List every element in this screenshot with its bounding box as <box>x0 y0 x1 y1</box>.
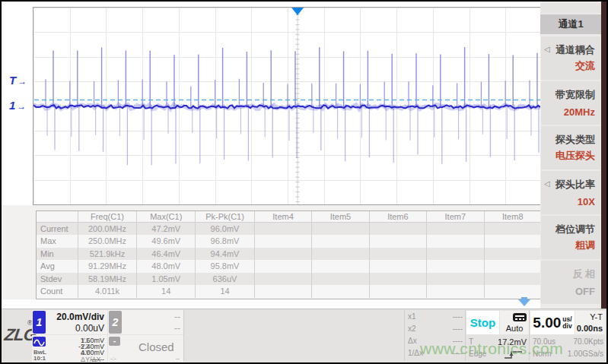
measurement-region: Freq(C1)Max(C1)Pk-Pk(C1)Item4Item5Item6I… <box>2 205 540 299</box>
table-row: Current200.0MHz47.2mV96.0mV <box>37 223 541 236</box>
row-label: Stdev <box>37 273 78 286</box>
run-stop-indicator[interactable]: Stop <box>466 311 499 334</box>
table-cell: 200.0MHz <box>78 223 137 236</box>
ch1-cursor-row: ΔY/ΔX------ <box>81 356 104 362</box>
row-label: Count <box>37 285 78 298</box>
table-cell <box>254 260 311 273</box>
ch2-status: Closed <box>138 340 174 353</box>
column-header[interactable]: Item6 <box>369 211 426 223</box>
channel-marker-number: 1 <box>9 99 15 112</box>
menu-item-value: 10X <box>578 196 595 207</box>
row-label: Avg <box>37 260 78 273</box>
table-cell: 96.0mV <box>196 223 255 236</box>
ch1-offset: 0.00uV <box>75 323 104 334</box>
right-arrow-icon: → <box>18 76 27 87</box>
hcursor-row: x1---- <box>408 312 463 321</box>
table-header-row: Freq(C1)Max(C1)Pk-Pk(C1)Item4Item5Item6I… <box>37 211 541 223</box>
ac-coupling-icon <box>33 337 46 347</box>
table-row: Count4.011k1414 <box>37 285 541 298</box>
display-mode-box[interactable]: Y-T 0.00ns <box>575 311 605 334</box>
trigger-level-marker[interactable]: T→ <box>9 74 27 87</box>
ch1-scale-box[interactable]: 1 20.0mV/div 0.00uV <box>32 310 107 334</box>
cursor-label: Δx <box>408 337 417 345</box>
table-cell <box>484 235 541 248</box>
table-cell: 14 <box>196 285 255 298</box>
table-cell: 521.9kHz <box>78 248 137 261</box>
table-cell: 49.6mV <box>137 235 196 248</box>
table-cell: 47.2mV <box>137 223 196 236</box>
table-cell <box>312 223 369 236</box>
ch2-scale-box[interactable]: 2 -- -- <box>108 310 183 334</box>
table-cell <box>427 248 484 261</box>
menu-item-scale-adjust[interactable]: 档位调节粗调 <box>541 216 600 259</box>
table-row: Stdev58.19MHz1.05mV636uV <box>37 273 541 286</box>
row-label: Max <box>37 235 78 248</box>
table-cell <box>369 223 426 236</box>
table-cell <box>484 248 541 261</box>
table-cell <box>369 260 426 273</box>
table-cell: 58.19MHz <box>78 273 137 286</box>
menu-title: 通道1 <box>540 14 601 34</box>
scroll-down-arrow-icon[interactable] <box>518 299 530 306</box>
table-cell: 250.0MHz <box>78 235 137 248</box>
cursor-label: x1 <box>408 312 416 321</box>
right-arrow-icon: → <box>17 101 26 112</box>
measurement-table-wrapper: Freq(C1)Max(C1)Pk-Pk(C1)Item4Item5Item6I… <box>36 210 542 299</box>
table-cell <box>254 273 311 286</box>
memory-depth: 70.0Kpts <box>574 337 603 346</box>
menu-item-invert[interactable]: 反 相OFF <box>541 261 600 304</box>
cursor-label: x2 <box>408 324 416 333</box>
table-cell <box>427 285 484 298</box>
row-label: Min <box>37 248 78 261</box>
table-cell: 636uV <box>196 273 255 286</box>
menu-item-label: 反 相 <box>572 267 595 281</box>
trigger-source-box[interactable]: 1 Auto <box>500 311 529 334</box>
column-header[interactable]: Item8 <box>484 211 541 223</box>
menu-item-probe-ratio[interactable]: ◁探头比率10X <box>541 171 600 214</box>
ch2-offset: -- <box>174 323 180 334</box>
table-cell <box>484 260 541 273</box>
menu-topbar <box>540 3 601 13</box>
column-header[interactable]: Item5 <box>312 211 369 223</box>
waveform-trace <box>33 8 542 204</box>
menu-item-value: OFF <box>575 286 595 297</box>
timebase-value: 5.00 <box>533 315 561 331</box>
table-row: Max250.0MHz49.6mV96.8mV <box>37 235 541 248</box>
table-cell <box>369 248 426 261</box>
menu-item-bandwidth-limit[interactable]: 带宽限制20MHz <box>541 81 600 125</box>
column-header[interactable]: Item4 <box>254 211 311 223</box>
display-mode: Y-T <box>590 312 603 321</box>
column-header: Freq(C1) <box>78 211 137 223</box>
cursor-value: ---- <box>453 324 463 333</box>
column-header[interactable]: Item7 <box>427 211 484 223</box>
timebase-unit-bottom: div <box>562 323 571 330</box>
table-cell: 14 <box>137 285 196 298</box>
trigger-delay: 0.00ns <box>577 324 603 333</box>
table-cell: 94.4mV <box>196 248 255 261</box>
menu-item-label: 探头类型 <box>555 133 595 147</box>
table-cell <box>484 273 541 286</box>
hcursor-row: x2---- <box>408 324 463 334</box>
menu-item-channel-coupling[interactable]: ◁通道耦合交流 <box>541 36 600 80</box>
cursor-value: ------ <box>91 356 104 363</box>
trigger-position-marker-icon[interactable] <box>291 8 304 15</box>
timebase-box[interactable]: 5.00 us/div <box>530 311 575 334</box>
ch2-badge: 2 <box>109 311 122 334</box>
table-cell <box>312 260 369 273</box>
table-cell <box>369 273 426 286</box>
menu-item-value: 20MHz <box>564 106 595 118</box>
submenu-arrow-icon: ◁ <box>544 179 550 188</box>
menu-item-probe-type[interactable]: 探头类型电压探头 <box>541 126 600 169</box>
sample-rate: 1.00GSa/s <box>568 350 603 358</box>
ch2-status-box[interactable]: - Closed -:- -- <box>108 335 183 362</box>
menu-item-label: 探头比率 <box>555 178 595 191</box>
ch1-cursor-box[interactable]: BwL 10:1 Y11.60mVY2-2.40mVΔY4.00mVΔY/ΔX-… <box>32 335 107 362</box>
graticule <box>33 7 543 205</box>
column-header: Max(C1) <box>137 211 196 223</box>
menu-item-label: 带宽限制 <box>555 88 595 102</box>
ch1-scale: 20.0mV/div <box>56 312 104 322</box>
channel1-position-marker[interactable]: 1→ <box>9 100 26 112</box>
menu-item-label: 档位调节 <box>555 223 595 236</box>
measurement-table: Freq(C1)Max(C1)Pk-Pk(C1)Item4Item5Item6I… <box>37 211 541 298</box>
probe-ratio-indicator: 10:1 <box>33 355 46 362</box>
